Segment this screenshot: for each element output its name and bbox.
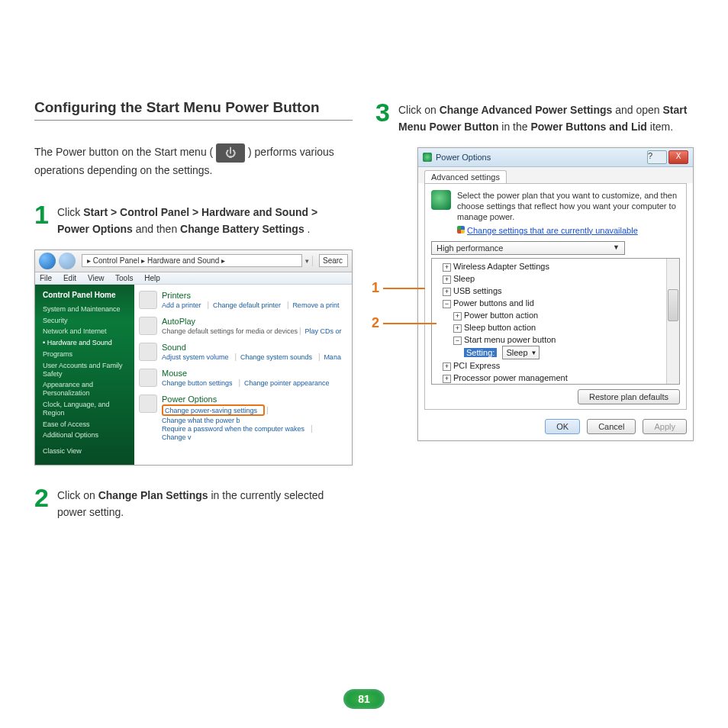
sidebar-item-ease[interactable]: Ease of Access	[43, 420, 127, 429]
tree-pba-label: Power button action	[464, 311, 538, 320]
expand-icon[interactable]: +	[443, 288, 451, 296]
link-system-sounds[interactable]: Change system sounds	[240, 353, 312, 361]
power-title[interactable]: Power Options	[162, 395, 347, 404]
restore-plan-defaults-button[interactable]: Restore plan defaults	[578, 389, 680, 404]
step-2-t0: Click on	[57, 489, 98, 501]
collapse-icon[interactable]: −	[453, 337, 462, 345]
po-description: Select the power plan that you want to c…	[431, 190, 680, 223]
link-button-settings[interactable]: Change button settings	[162, 379, 233, 387]
tree-wireless[interactable]: +Wireless Adapter Settings	[432, 260, 679, 272]
expand-icon[interactable]: +	[453, 312, 462, 321]
link-remove-printer[interactable]: Remove a print	[292, 301, 339, 309]
tab-advanced-settings[interactable]: Advanced settings	[424, 170, 507, 183]
sidebar-home[interactable]: Control Panel Home	[43, 291, 127, 299]
apply-button[interactable]: Apply	[643, 419, 687, 434]
sidebar-item-additional[interactable]: Additional Options	[43, 431, 127, 440]
link-change-v[interactable]: Change v	[162, 433, 192, 441]
po-tabstrip: Advanced settings	[418, 167, 693, 183]
cancel-button[interactable]: Cancel	[587, 419, 636, 434]
sidebar-item-clock[interactable]: Clock, Language, and Region	[43, 401, 127, 417]
callout-1: 1	[372, 280, 379, 296]
intro-text-before: The Power button on the Start menu (	[34, 146, 216, 158]
po-unavailable-link[interactable]: Change settings that are currently unava…	[457, 226, 680, 235]
link-system-volume[interactable]: Adjust system volume	[162, 353, 229, 361]
link-play-cds[interactable]: Play CDs or	[305, 327, 342, 335]
setting-dropdown[interactable]: Sleep	[502, 346, 539, 359]
tree-setting-row[interactable]: Setting: Sleep	[432, 346, 679, 359]
tree-wireless-label: Wireless Adapter Settings	[453, 262, 549, 271]
sound-title[interactable]: Sound	[162, 343, 346, 352]
tree-start-menu-power-button[interactable]: −Start menu power button	[432, 333, 679, 346]
highlighted-link-change-power-saving[interactable]: Change power-saving settings	[162, 404, 265, 416]
step-2: 2 Click on Change Plan Settings in the c…	[34, 485, 353, 521]
link-pointer-appearance[interactable]: Change pointer appearance	[244, 379, 330, 387]
mouse-title[interactable]: Mouse	[162, 369, 334, 378]
step-3-t0: Click on	[398, 104, 440, 116]
link-power-buttons[interactable]: Change what the power b	[162, 417, 240, 424]
scrollbar-thumb[interactable]	[668, 289, 678, 321]
step-2-number: 2	[34, 485, 51, 511]
tree-pci[interactable]: +PCI Express	[432, 359, 679, 372]
tree-sleep-label: Sleep	[453, 274, 475, 283]
settings-tree[interactable]: +Wireless Adapter Settings +Sleep +USB s…	[431, 258, 680, 385]
autoplay-title[interactable]: AutoPlay	[162, 317, 346, 326]
menu-help[interactable]: Help	[144, 274, 160, 282]
autoplay-sub: Change default settings for media or dev…	[162, 327, 298, 335]
mouse-icon	[139, 369, 157, 387]
expand-icon[interactable]: +	[453, 324, 462, 333]
sidebar-item-system[interactable]: System and Maintenance	[43, 305, 127, 314]
menu-tools[interactable]: Tools	[115, 274, 133, 282]
ok-button[interactable]: OK	[545, 419, 580, 434]
tree-pbl-label: Power buttons and lid	[453, 298, 534, 308]
tree-power-buttons-lid[interactable]: −Power buttons and lid	[432, 297, 679, 309]
collapse-icon[interactable]: −	[443, 300, 451, 308]
expand-icon[interactable]: +	[443, 263, 451, 272]
back-button[interactable]	[39, 253, 56, 269]
callout-2: 2	[372, 315, 379, 331]
help-button[interactable]: ?	[647, 150, 667, 164]
sidebar-item-programs[interactable]: Programs	[43, 350, 127, 359]
step-1-t2: .	[308, 223, 311, 235]
step-1-text: Click Start > Control Panel > Hardware a…	[57, 201, 353, 238]
menu-edit[interactable]: Edit	[63, 274, 76, 282]
link-add-printer[interactable]: Add a printer	[162, 301, 201, 309]
forward-button[interactable]	[59, 253, 76, 269]
sidebar-item-accounts[interactable]: User Accounts and Family Safety	[43, 362, 127, 378]
power-options-icon	[139, 395, 157, 413]
sidebar-item-security[interactable]: Security	[43, 317, 127, 325]
step-3-text: Click on Change Advanced Power Settings …	[398, 99, 694, 136]
link-change-power-saving[interactable]: Change power-saving settings	[165, 407, 257, 414]
tree-power-button-action[interactable]: +Power button action	[432, 309, 679, 321]
tree-smpb-label: Start menu power button	[464, 335, 556, 344]
breadcrumb-dropdown-icon[interactable]: ▾	[305, 257, 309, 265]
link-manage-audio[interactable]: Mana	[324, 353, 341, 361]
tree-processor[interactable]: +Processor power management	[432, 372, 679, 384]
sidebar-item-hardware[interactable]: Hardware and Sound	[43, 339, 127, 347]
sidebar-classic-view[interactable]: Classic View	[43, 447, 127, 456]
expand-icon[interactable]: +	[443, 275, 451, 284]
menu-file[interactable]: File	[40, 274, 52, 282]
plan-select[interactable]: High performance	[431, 241, 625, 255]
close-button[interactable]: X	[668, 150, 688, 164]
power-options-dialog: Power Options ? X Advanced settings Sele…	[417, 147, 694, 441]
step-1-t1: and then	[136, 223, 180, 235]
link-change-default-printer[interactable]: Change default printer	[213, 301, 281, 309]
autoplay-icon	[139, 317, 157, 335]
expand-icon[interactable]: +	[443, 375, 451, 383]
tree-usb[interactable]: +USB settings	[432, 285, 679, 297]
tree-sleep[interactable]: +Sleep	[432, 272, 679, 285]
sidebar-item-network[interactable]: Network and Internet	[43, 327, 127, 336]
cp-row-sound: Sound Adjust system volume| Change syste…	[139, 343, 347, 361]
expand-icon[interactable]: +	[443, 362, 451, 371]
sidebar-item-appearance[interactable]: Appearance and Personalization	[43, 381, 127, 398]
tree-scrollbar[interactable]	[666, 259, 679, 384]
po-pane: Select the power plan that you want to c…	[424, 183, 687, 410]
search-input[interactable]: Searc	[319, 254, 348, 267]
po-app-icon	[423, 153, 432, 162]
link-require-password[interactable]: Require a password when the computer wak…	[162, 425, 304, 433]
breadcrumb[interactable]: ▸ Control Panel ▸ Hardware and Sound ▸	[82, 254, 302, 267]
menu-view[interactable]: View	[88, 274, 105, 282]
tree-sleep-button-action[interactable]: +Sleep button action	[432, 321, 679, 333]
printers-title[interactable]: Printers	[162, 291, 343, 300]
cp-row-autoplay: AutoPlay Change default settings for med…	[139, 317, 347, 335]
